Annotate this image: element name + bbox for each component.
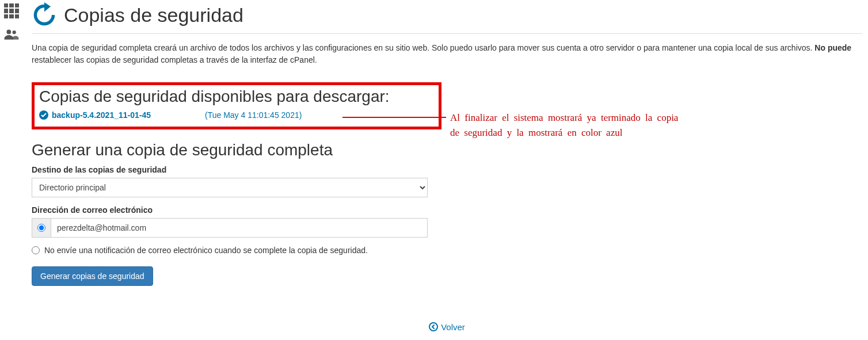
annotation-text: Al finalizar el sistema mostrará ya term… xyxy=(450,110,692,141)
svg-point-3 xyxy=(429,323,437,331)
email-label: Dirección de correo electrónico xyxy=(32,205,862,215)
intro-strong: No puede xyxy=(814,43,851,52)
arrow-left-circle-icon xyxy=(429,322,438,331)
generate-heading: Generar una copia de seguridad completa xyxy=(32,141,862,159)
svg-point-1 xyxy=(13,30,16,34)
main-content: Copias de seguridad Una copia de segurid… xyxy=(32,0,862,286)
destination-label: Destino de las copias de seguridad xyxy=(32,165,862,174)
no-notify-row[interactable]: No envíe una notificación de correo elec… xyxy=(32,246,862,255)
back-link[interactable]: Volver xyxy=(429,322,465,332)
available-backups-highlight: Copias de seguridad disponibles para des… xyxy=(32,82,441,129)
users-icon[interactable] xyxy=(3,29,20,40)
back-link-text: Volver xyxy=(441,322,465,332)
available-backups-section: Copias de seguridad disponibles para des… xyxy=(32,82,441,129)
backup-feature-icon xyxy=(32,2,57,28)
apps-grid-icon[interactable] xyxy=(4,3,19,18)
destination-select[interactable]: Directorio principal xyxy=(32,178,428,197)
annotation-connector xyxy=(342,117,446,118)
backup-item: backup-5.4.2021_11-01-45 (Tue May 4 11:0… xyxy=(39,110,434,120)
backup-date: (Tue May 4 11:01:45 2021) xyxy=(205,110,302,120)
intro-part1: Una copia de seguridad completa creará u… xyxy=(32,43,814,52)
email-radio-wrapper[interactable] xyxy=(32,218,51,238)
intro-text: Una copia de seguridad completa creará u… xyxy=(32,42,862,66)
email-notify-radio[interactable] xyxy=(37,224,45,232)
email-input[interactable] xyxy=(51,218,428,238)
no-notify-radio[interactable] xyxy=(32,246,40,254)
email-field-group: Dirección de correo electrónico xyxy=(32,205,862,238)
svg-point-0 xyxy=(6,30,11,35)
intro-part2: restablecer las copias de seguridad comp… xyxy=(32,55,317,64)
check-circle-icon xyxy=(39,110,48,120)
available-heading: Copias de seguridad disponibles para des… xyxy=(39,87,434,106)
back-row: Volver xyxy=(32,322,862,334)
no-notify-label: No envíe una notificación de correo elec… xyxy=(44,246,368,255)
generate-backup-section: Generar una copia de seguridad completa … xyxy=(32,141,862,286)
page-title: Copias de seguridad xyxy=(64,4,243,26)
page-header: Copias de seguridad xyxy=(32,2,862,34)
generate-backup-button[interactable]: Generar copias de seguridad xyxy=(32,266,153,286)
destination-field: Destino de las copias de seguridad Direc… xyxy=(32,165,862,197)
backup-download-link[interactable]: backup-5.4.2021_11-01-45 xyxy=(52,110,151,120)
sidebar xyxy=(0,0,23,40)
